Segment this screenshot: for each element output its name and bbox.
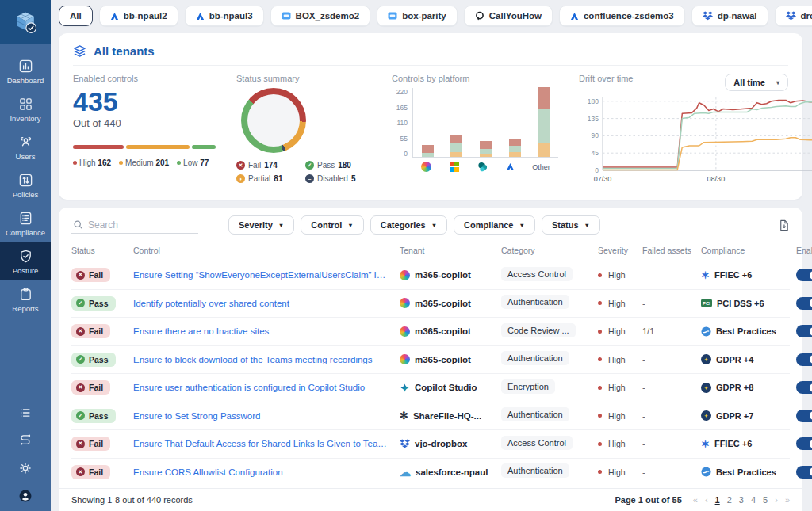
filter-label: Status <box>552 220 579 230</box>
reports-icon <box>18 287 33 302</box>
page-number-2[interactable]: 2 <box>727 495 732 505</box>
tenant-tab-callyouhow[interactable]: CallYouHow <box>464 6 553 26</box>
list-icon[interactable] <box>18 406 33 420</box>
column-header-severity: Severity <box>598 246 642 255</box>
control-link[interactable]: Ensure Setting “ShowEveryoneExceptExtern… <box>133 270 400 280</box>
enabled-toggle[interactable] <box>796 410 812 422</box>
tab-label: dropbox-zsdemo2-sspm <box>801 11 812 21</box>
filter-button-severity[interactable]: Severity▼ <box>228 215 294 235</box>
tenant-tab-box-parity[interactable]: box-parity <box>377 6 458 26</box>
bar-other <box>538 87 550 157</box>
filter-button-compliance[interactable]: Compliance▼ <box>454 215 535 235</box>
status-badge: ✕Fail <box>71 268 110 282</box>
pass-icon: ✓ <box>76 299 85 307</box>
compliance-label: Best Practices <box>716 467 776 477</box>
page-number-1[interactable]: 1 <box>715 495 720 505</box>
workflow-icon[interactable] <box>18 433 33 448</box>
sidebar-item-dashboard[interactable]: Dashboard <box>0 52 51 90</box>
sidebar-item-inventory[interactable]: Inventory <box>0 90 51 128</box>
enabled-toggle[interactable] <box>796 297 812 310</box>
table-footer: Showing 1-8 out of 440 records Page 1 ou… <box>59 488 802 511</box>
tenant-cell: Copilot Studio <box>400 383 501 393</box>
status-badge: ✕Fail <box>71 380 110 395</box>
tenant-tab-confluence-zsdemo3[interactable]: confluence-zsdemo3 <box>559 6 685 26</box>
severity-dot-icon <box>598 386 602 390</box>
page-number-4[interactable]: 4 <box>751 495 756 505</box>
copilot-icon <box>400 326 410 337</box>
controls-by-platform-panel: Controls by platform 220165110550 Other <box>392 74 558 190</box>
status-legend-item-disabled: –Disabled 5 <box>305 174 371 183</box>
sidebar-item-reports[interactable]: Reports <box>0 280 51 318</box>
next-page-button[interactable]: › <box>775 495 778 505</box>
search-input[interactable] <box>88 219 183 231</box>
sidebar-item-posture[interactable]: Posture <box>0 242 51 280</box>
export-button[interactable] <box>778 219 790 231</box>
enabled-controls-value: 435 <box>73 88 216 116</box>
failed-assets-cell: - <box>642 439 701 448</box>
dropbox-icon <box>400 439 410 448</box>
page-number-5[interactable]: 5 <box>763 495 768 505</box>
bar-chart-plot <box>412 88 558 158</box>
first-page-button[interactable]: « <box>693 495 698 505</box>
failed-assets-cell: 1/1 <box>642 326 701 336</box>
tenant-name: Copilot Studio <box>415 383 477 392</box>
control-link[interactable]: Ensure user authentication is configured… <box>133 383 400 392</box>
tenant-cell: m365-copilot <box>400 298 501 308</box>
page-title: All tenants <box>94 44 155 58</box>
enabled-toggle[interactable] <box>796 466 812 479</box>
control-link[interactable]: Ensure That Default Access for Shared Li… <box>133 439 400 448</box>
drift-over-time-panel: Drift over time All time ▾ 1801359045007… <box>579 74 788 190</box>
filter-button-status[interactable]: Status▼ <box>542 215 600 235</box>
github-icon <box>475 11 485 21</box>
gear-icon[interactable] <box>18 461 33 475</box>
search-icon <box>73 219 83 230</box>
enabled-toggle[interactable] <box>796 325 812 337</box>
tenant-tab-dp-nawal[interactable]: dp-nawal <box>691 6 768 26</box>
sidebar-item-users[interactable]: Users <box>0 128 51 166</box>
filter-label: Compliance <box>464 220 513 230</box>
control-link[interactable]: Identify potentially over shared content <box>133 299 400 308</box>
sidebar-item-compliance[interactable]: Compliance <box>0 204 51 242</box>
severity-dot-icon <box>598 301 602 305</box>
filter-button-categories[interactable]: Categories▼ <box>370 215 447 235</box>
table-row: ✕FailEnsure Setting “ShowEveryoneExceptE… <box>71 261 790 289</box>
ffiec-icon: ✶ <box>701 270 710 280</box>
compliance-cell: ✶FFIEC +6 <box>701 439 796 449</box>
avatar-icon[interactable] <box>18 489 33 503</box>
prev-page-button[interactable]: ‹ <box>705 495 708 505</box>
fail-icon: ✕ <box>76 327 85 336</box>
page-number-3[interactable]: 3 <box>739 495 744 505</box>
tenant-tab-all[interactable]: All <box>59 6 93 26</box>
category-chip: Code Review ... <box>501 323 576 337</box>
enabled-toggle[interactable] <box>796 437 812 450</box>
time-range-select[interactable]: All time ▾ <box>725 74 788 91</box>
control-link[interactable]: Ensure there are no Inactive sites <box>133 326 400 336</box>
search-box[interactable] <box>71 217 198 234</box>
app-logo[interactable] <box>0 0 51 44</box>
control-link[interactable]: Ensure to block download of the Teams me… <box>133 355 400 364</box>
tenant-cell: m365-copilot <box>400 270 501 280</box>
control-link[interactable]: Ensure CORS Allowlist Configuration <box>133 467 400 477</box>
enabled-toggle[interactable] <box>796 353 812 366</box>
salesforce-icon: ☁ <box>400 467 411 478</box>
tenant-tab-box-zsdemo2[interactable]: BOX_zsdemo2 <box>270 6 371 26</box>
status-donut-chart <box>241 88 306 153</box>
compliance-cell: PCIPCI DSS +6 <box>701 299 796 308</box>
enabled-toggle[interactable] <box>796 269 812 281</box>
compliance-icon <box>18 211 33 226</box>
severity-legend-item: Low 77 <box>177 158 209 167</box>
gdpr-icon: ✦ <box>701 383 711 393</box>
tenant-tab-bb-npaul3[interactable]: bb-npaul3 <box>185 6 264 26</box>
severity-dot-icon <box>598 330 602 334</box>
enabled-toggle[interactable] <box>796 381 812 394</box>
tenant-tab-bb-npaul2[interactable]: bb-npaul2 <box>99 6 178 26</box>
last-page-button[interactable]: » <box>785 495 790 505</box>
page-indicator: Page 1 out of 55 <box>615 495 681 505</box>
failed-assets-cell: - <box>642 467 701 477</box>
failed-assets-cell: - <box>642 299 701 308</box>
compliance-label: Best Practices <box>716 326 776 336</box>
sidebar-item-policies[interactable]: Policies <box>0 166 51 204</box>
tenant-tab-dropbox-zsdemo2-sspm[interactable]: dropbox-zsdemo2-sspm <box>775 6 812 26</box>
filter-button-control[interactable]: Control▼ <box>301 215 364 235</box>
control-link[interactable]: Ensure to Set Strong Password <box>133 411 400 421</box>
